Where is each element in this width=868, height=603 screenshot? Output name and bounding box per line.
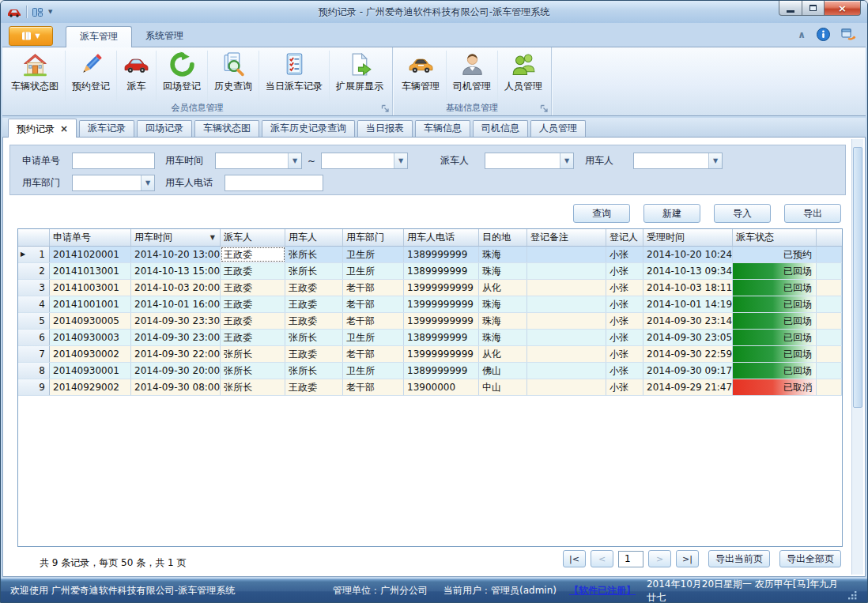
cell-phone[interactable]: 13999999999 — [404, 280, 479, 296]
collapse-ribbon-icon[interactable]: ∧ — [798, 31, 806, 39]
cell-dept[interactable]: 卫生所 — [343, 247, 404, 262]
doc-tab-history-query[interactable]: 派车历史记录查询 — [262, 120, 355, 137]
cell-dispatch-status[interactable]: 已回场 — [733, 280, 817, 296]
cell-destination[interactable]: 从化 — [479, 280, 527, 296]
row-header-cell[interactable]: 8 — [18, 363, 50, 379]
cell-registrar[interactable]: 小张 — [606, 296, 643, 312]
col-header-registrar[interactable]: 登记人 — [606, 229, 643, 246]
cell-dispatcher[interactable]: 张所长 — [221, 363, 285, 379]
cell-dispatcher[interactable]: 王政委 — [221, 280, 285, 296]
cell-dispatch-status[interactable]: 已回场 — [733, 363, 817, 379]
ribbon-item-driver-manage[interactable]: 司机管理 — [446, 51, 497, 101]
cell-dept[interactable]: 老干部 — [343, 296, 404, 312]
cell-destination[interactable]: 珠海 — [479, 263, 527, 279]
cell-accepted-at[interactable]: 2014-09-29 21:47 — [643, 379, 733, 395]
table-row[interactable]: 2 20141013001 2014-10-13 15:00 王政委 张所长 卫… — [18, 263, 842, 280]
cell-car-user[interactable]: 王政委 — [285, 296, 343, 312]
row-header-cell[interactable]: 3 — [18, 280, 50, 296]
row-header-cell[interactable]: 7 — [18, 346, 50, 362]
table-row[interactable]: 3 20141003001 2014-10-03 20:00 王政委 王政委 老… — [18, 280, 842, 296]
dispatcher-input[interactable] — [485, 153, 560, 168]
application-menu-button[interactable]: ▼ — [9, 26, 53, 46]
cell-destination[interactable]: 珠海 — [479, 330, 527, 345]
query-button[interactable]: 查询 — [573, 204, 630, 223]
col-header-use-time[interactable]: 用车时间 ▼ — [131, 229, 221, 246]
ribbon-item-vehicle-manage[interactable]: 车辆管理 — [395, 51, 446, 101]
chevron-down-icon[interactable]: ▼ — [288, 153, 301, 168]
prev-page-button[interactable]: < — [591, 550, 613, 567]
cell-note[interactable] — [527, 363, 606, 379]
cell-dispatcher[interactable]: 张所长 — [221, 346, 285, 362]
cell-phone[interactable]: 1389999999 — [404, 363, 479, 379]
next-page-button[interactable]: > — [648, 550, 671, 567]
cell-registrar[interactable]: 小张 — [606, 280, 643, 296]
cell-car-user[interactable]: 王政委 — [285, 379, 343, 395]
cell-accepted-at[interactable]: 2014-10-01 14:19 — [643, 296, 733, 312]
cell-use-time[interactable]: 2014-10-01 16:00 — [131, 296, 221, 312]
col-header-note[interactable]: 登记备注 — [527, 229, 606, 246]
cell-car-user[interactable]: 张所长 — [285, 330, 343, 345]
cell-order-no[interactable]: 20140929002 — [50, 379, 131, 395]
ribbon-tab-dispatch[interactable]: 派车管理 — [66, 26, 132, 47]
cell-registrar[interactable]: 小张 — [606, 346, 643, 362]
phone-input[interactable] — [225, 175, 323, 191]
cell-car-user[interactable]: 王政委 — [285, 313, 343, 329]
cell-use-time[interactable]: 2014-10-20 13:00 — [131, 247, 221, 262]
ribbon-item-dispatch-car[interactable]: 派车 — [116, 51, 156, 101]
cell-order-no[interactable]: 20141003001 — [50, 280, 131, 296]
page-number-input[interactable] — [618, 551, 643, 567]
chevron-down-icon[interactable]: ▼ — [394, 153, 407, 168]
ribbon-tab-system[interactable]: 系统管理 — [132, 26, 197, 47]
ribbon-item-return-register[interactable]: 回场登记 — [156, 51, 207, 101]
cell-dispatcher[interactable]: 王政委 — [221, 263, 285, 279]
cell-dispatcher[interactable]: 王政委 — [221, 247, 285, 262]
cell-note[interactable] — [527, 280, 606, 296]
cell-destination[interactable]: 珠海 — [479, 247, 527, 262]
cell-order-no[interactable]: 20140930005 — [50, 313, 131, 329]
cell-phone[interactable]: 1389999999 — [404, 330, 479, 345]
col-header-accepted-at[interactable]: 受理时间 — [643, 229, 733, 246]
cell-car-user[interactable]: 王政委 — [285, 280, 343, 296]
table-row[interactable]: 5 20140930005 2014-09-30 23:30 王政委 王政委 老… — [18, 313, 842, 330]
doc-tab-return-records[interactable]: 回场记录 — [137, 120, 192, 137]
cell-phone[interactable]: 13999999999 — [404, 313, 479, 329]
col-header-dispatcher[interactable]: 派车人 — [221, 229, 285, 246]
export-all-pages-button[interactable]: 导出全部页 — [779, 550, 841, 567]
col-header-car-user[interactable]: 用车人 — [285, 229, 343, 246]
switch-window-icon[interactable] — [841, 28, 856, 41]
cell-registrar[interactable]: 小张 — [606, 363, 643, 379]
cell-registrar[interactable]: 小张 — [606, 313, 643, 329]
cell-dispatch-status[interactable]: 已回场 — [733, 346, 817, 362]
cell-dispatch-status[interactable]: 已回场 — [733, 313, 817, 329]
cell-note[interactable] — [527, 247, 606, 262]
cell-order-no[interactable]: 20141020001 — [50, 247, 131, 262]
vertical-scrollbar[interactable] — [851, 139, 863, 575]
close-button[interactable]: × — [825, 1, 861, 16]
cell-dispatcher[interactable]: 王政委 — [221, 330, 285, 345]
scrollbar-thumb[interactable] — [853, 147, 862, 408]
tab-close-icon[interactable]: × — [60, 120, 68, 138]
doc-tab-vehicle-status-map[interactable]: 车辆状态图 — [194, 120, 259, 137]
cell-registrar[interactable]: 小张 — [606, 379, 643, 395]
table-row[interactable]: 4 20141001001 2014-10-01 16:00 王政委 王政委 老… — [18, 296, 842, 313]
cell-destination[interactable]: 珠海 — [479, 313, 527, 329]
cell-use-time[interactable]: 2014-09-30 22:00 — [131, 346, 221, 362]
use-time-to-combo[interactable]: ▼ — [321, 153, 408, 169]
cell-dispatch-status[interactable]: 已回场 — [733, 296, 817, 312]
dept-input[interactable] — [73, 175, 141, 190]
doc-tab-daily-report[interactable]: 当日报表 — [357, 120, 413, 137]
cell-dispatch-status[interactable]: 已回场 — [733, 330, 817, 345]
row-header-cell[interactable]: 9 — [18, 379, 50, 395]
cell-registrar[interactable]: 小张 — [606, 330, 643, 345]
cell-dispatch-status[interactable]: 已预约 — [733, 247, 817, 262]
cell-accepted-at[interactable]: 2014-09-30 09:17 — [643, 363, 733, 379]
cell-accepted-at[interactable]: 2014-09-30 23:14 — [643, 313, 733, 329]
cell-phone[interactable]: 1389999999 — [404, 247, 479, 262]
cell-car-user[interactable]: 张所长 — [285, 247, 343, 262]
cell-dispatch-status[interactable]: 已取消 — [733, 379, 817, 395]
cell-order-no[interactable]: 20141001001 — [50, 296, 131, 312]
new-button[interactable]: 新建 — [643, 204, 700, 223]
chevron-down-icon[interactable]: ▼ — [141, 175, 154, 190]
layout-grid-icon[interactable] — [32, 6, 43, 18]
col-header-status[interactable]: 派车状态 — [733, 229, 817, 246]
